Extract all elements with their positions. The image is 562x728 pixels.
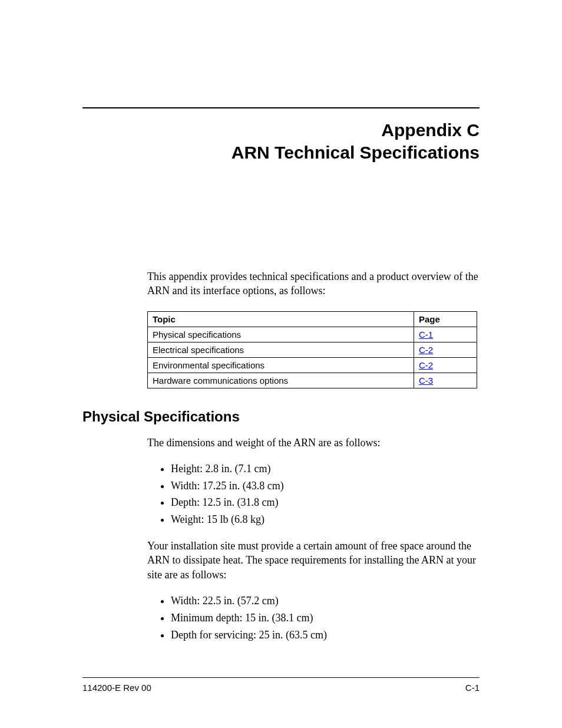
- cell-page: C-2: [414, 342, 477, 357]
- space-intro: Your installation site must provide a ce…: [82, 539, 480, 582]
- appendix-title: Appendix C ARN Technical Specifications: [82, 119, 480, 163]
- page: Appendix C ARN Technical Specifications …: [0, 0, 562, 728]
- list-item: Depth: 12.5 in. (31.8 cm): [171, 494, 480, 511]
- cell-topic: Physical specifications: [148, 327, 414, 342]
- page-link[interactable]: C-2: [419, 345, 433, 355]
- header-page: Page: [414, 311, 477, 327]
- list-item: Width: 22.5 in. (57.2 cm): [171, 592, 480, 610]
- table-row: Electrical specifications C-2: [148, 342, 477, 357]
- cell-topic: Environmental specifications: [148, 357, 414, 373]
- list-item: Minimum depth: 15 in. (38.1 cm): [171, 610, 480, 627]
- list-item: Height: 2.8 in. (7.1 cm): [171, 460, 480, 477]
- table-row: Environmental specifications C-2: [148, 357, 477, 373]
- cell-page: C-1: [414, 327, 477, 342]
- page-link[interactable]: C-1: [419, 330, 433, 340]
- space-list: Width: 22.5 in. (57.2 cm) Minimum depth:…: [82, 592, 480, 643]
- footer-left: 114200-E Rev 00: [82, 683, 151, 693]
- page-link[interactable]: C-3: [419, 375, 433, 386]
- table-row: Hardware communications options C-3: [148, 373, 477, 388]
- top-rule: [82, 107, 480, 108]
- cell-page: C-2: [414, 357, 477, 373]
- footer-right: C-1: [465, 683, 480, 693]
- table-header-row: Topic Page: [148, 311, 477, 327]
- header-topic: Topic: [148, 311, 414, 327]
- footer: 114200-E Rev 00 C-1: [82, 677, 480, 693]
- dimensions-intro: The dimensions and weight of the ARN are…: [82, 436, 480, 450]
- cell-topic: Hardware communications options: [148, 373, 414, 388]
- list-item: Depth for servicing: 25 in. (63.5 cm): [171, 627, 480, 644]
- cell-topic: Electrical specifications: [148, 342, 414, 357]
- list-item: Width: 17.25 in. (43.8 cm): [171, 477, 480, 495]
- section-heading: Physical Specifications: [82, 409, 480, 425]
- intro-paragraph: This appendix provides technical specifi…: [82, 269, 480, 298]
- appendix-title-line1: Appendix C: [82, 119, 480, 141]
- table-row: Physical specifications C-1: [148, 327, 477, 342]
- cell-page: C-3: [414, 373, 477, 388]
- dimensions-list: Height: 2.8 in. (7.1 cm) Width: 17.25 in…: [82, 460, 480, 528]
- appendix-title-line2: ARN Technical Specifications: [82, 141, 480, 164]
- list-item: Weight: 15 lb (6.8 kg): [171, 511, 480, 528]
- topic-table: Topic Page Physical specifications C-1 E…: [147, 311, 477, 388]
- page-link[interactable]: C-2: [419, 360, 433, 370]
